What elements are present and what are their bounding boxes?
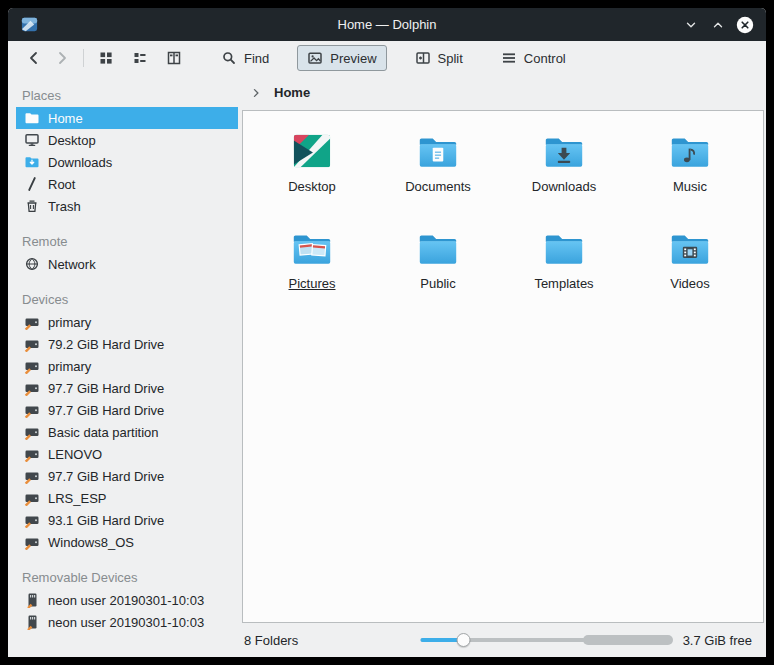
desktop-icon xyxy=(24,132,40,148)
forward-button[interactable] xyxy=(48,45,76,71)
folder-videos-icon xyxy=(667,225,713,271)
sidebar-item-device[interactable]: Basic data partition xyxy=(16,421,238,443)
details-view-button[interactable] xyxy=(125,45,155,71)
folder-label: Templates xyxy=(534,276,593,291)
zoom-slider-track[interactable] xyxy=(421,638,586,642)
sidebar-item-device[interactable]: 97.7 GiB Hard Drive xyxy=(16,399,238,421)
zoom-slider-handle[interactable] xyxy=(456,633,470,647)
arrow-right-icon xyxy=(54,50,70,66)
hard-drive-icon xyxy=(24,314,40,330)
network-icon xyxy=(24,256,40,272)
removable-drive-icon xyxy=(24,592,40,608)
columns-view-button[interactable] xyxy=(159,45,189,71)
sidebar-item-device[interactable]: 97.7 GiB Hard Drive xyxy=(16,465,238,487)
sidebar-item-device[interactable]: 97.7 GiB Hard Drive xyxy=(16,377,238,399)
window-controls xyxy=(682,16,754,34)
screen: Home — Dolphin xyxy=(0,0,774,665)
sidebar-item-desktop[interactable]: Desktop xyxy=(16,129,238,151)
sidebar-item-device[interactable]: Windows8_OS xyxy=(16,531,238,553)
sidebar-item-device[interactable]: primary xyxy=(16,355,238,377)
section-removable-devices: Removable Devices xyxy=(16,565,238,589)
window-body: Places Home Desktop xyxy=(8,75,766,657)
removable-drive-icon xyxy=(24,614,40,630)
hard-drive-icon xyxy=(24,424,40,440)
close-icon xyxy=(736,16,754,34)
icons-view-icon xyxy=(98,50,114,66)
sidebar-item-downloads[interactable]: Downloads xyxy=(16,151,238,173)
folder-label: Music xyxy=(673,179,707,194)
statusbar: 8 Folders 3.7 GiB free xyxy=(242,623,764,657)
sidebar-item-removable[interactable]: neon user 20190301-10:03 xyxy=(16,611,238,633)
main-area: Home Desktop xyxy=(242,75,766,657)
hard-drive-icon xyxy=(24,468,40,484)
folder-documents[interactable]: Documents xyxy=(375,123,501,220)
folder-label: Pictures xyxy=(289,276,336,291)
folder-count: 8 Folders xyxy=(244,633,298,648)
sidebar-item-device[interactable]: LENOVO xyxy=(16,443,238,465)
trash-icon xyxy=(24,198,40,214)
folder-public[interactable]: Public xyxy=(375,220,501,317)
hard-drive-icon xyxy=(24,446,40,462)
back-button[interactable] xyxy=(20,45,48,71)
folder-label: Desktop xyxy=(288,179,336,194)
minimize-button[interactable] xyxy=(682,16,700,34)
find-button[interactable]: Find xyxy=(211,45,279,71)
find-label: Find xyxy=(244,51,269,66)
sidebar-item-trash[interactable]: Trash xyxy=(16,195,238,217)
folder-icon xyxy=(415,225,461,271)
hard-drive-icon xyxy=(24,336,40,352)
sidebar-item-network[interactable]: Network xyxy=(16,253,238,275)
chevron-down-icon xyxy=(684,18,698,32)
free-space-label: 3.7 GiB free xyxy=(683,633,752,648)
split-button[interactable]: Split xyxy=(405,45,473,71)
hard-drive-icon xyxy=(24,380,40,396)
folder-downloads[interactable]: Downloads xyxy=(501,123,627,220)
hard-drive-icon xyxy=(24,402,40,418)
folder-icon xyxy=(541,225,587,271)
hard-drive-icon xyxy=(24,358,40,374)
folder-music[interactable]: Music xyxy=(627,123,753,220)
columns-view-icon xyxy=(166,50,182,66)
toolbar: Find Preview Split xyxy=(8,41,766,75)
statusbar-right: 3.7 GiB free xyxy=(583,633,764,648)
section-devices: Devices xyxy=(16,287,238,311)
details-view-icon xyxy=(132,50,148,66)
zoom-slider[interactable] xyxy=(421,633,586,647)
maximize-button[interactable] xyxy=(709,16,727,34)
split-label: Split xyxy=(438,51,463,66)
desktop-folder-icon xyxy=(289,128,335,174)
split-view-icon xyxy=(415,50,431,66)
sidebar-item-device[interactable]: 79.2 GiB Hard Drive xyxy=(16,333,238,355)
root-icon xyxy=(24,176,40,192)
sidebar-item-root[interactable]: Root xyxy=(16,173,238,195)
breadcrumb: Home xyxy=(242,75,764,110)
sidebar-item-removable[interactable]: neon user 20190301-10:03 xyxy=(16,589,238,611)
folder-label: Downloads xyxy=(532,179,596,194)
sidebar-item-device[interactable]: LRS_ESP xyxy=(16,487,238,509)
breadcrumb-location[interactable]: Home xyxy=(274,85,310,100)
icons-view-button[interactable] xyxy=(91,45,121,71)
control-label: Control xyxy=(524,51,566,66)
close-button[interactable] xyxy=(736,16,754,34)
folder-label: Public xyxy=(420,276,455,291)
folder-downloads-icon xyxy=(541,128,587,174)
arrow-left-icon xyxy=(26,50,42,66)
places-panel: Places Home Desktop xyxy=(8,75,242,657)
titlebar: Home — Dolphin xyxy=(8,8,766,41)
folder-pictures[interactable]: Pictures xyxy=(249,220,375,317)
preview-button[interactable]: Preview xyxy=(297,45,386,71)
control-button[interactable]: Control xyxy=(491,45,576,71)
hard-drive-icon xyxy=(24,512,40,528)
dolphin-window: Home — Dolphin xyxy=(8,8,766,657)
free-space-bar xyxy=(583,635,673,645)
folder-desktop[interactable]: Desktop xyxy=(249,123,375,220)
sidebar-item-device[interactable]: 93.1 GiB Hard Drive xyxy=(16,509,238,531)
folder-templates[interactable]: Templates xyxy=(501,220,627,317)
folder-view[interactable]: Desktop Documents xyxy=(242,110,764,623)
window-title: Home — Dolphin xyxy=(8,17,766,32)
folder-download-icon xyxy=(24,154,40,170)
sidebar-item-device[interactable]: primary xyxy=(16,311,238,333)
section-places: Places xyxy=(16,83,238,107)
sidebar-item-home[interactable]: Home xyxy=(16,107,238,129)
folder-videos[interactable]: Videos xyxy=(627,220,753,317)
